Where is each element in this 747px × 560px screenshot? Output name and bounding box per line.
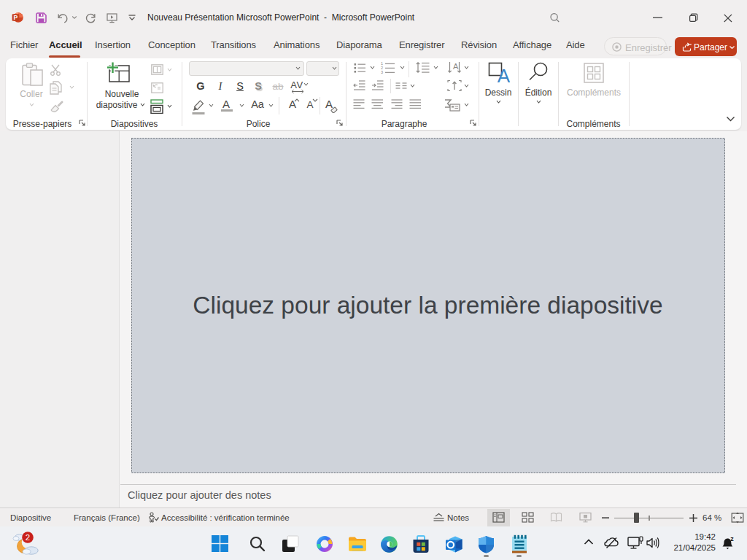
- svg-text:2: 2: [26, 533, 30, 542]
- svg-text:3: 3: [381, 70, 383, 74]
- svg-text:P: P: [14, 14, 18, 21]
- svg-text:A: A: [498, 65, 510, 85]
- svg-text:z: z: [730, 536, 734, 542]
- svg-text:A: A: [453, 62, 459, 71]
